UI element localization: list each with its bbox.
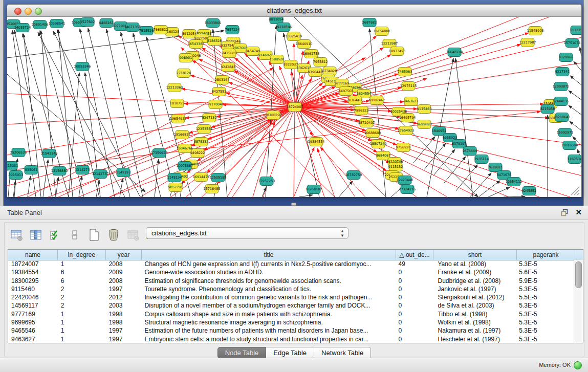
- table-settings-icon[interactable]: [10, 228, 23, 242]
- cell-out_de[interactable]: 0: [396, 318, 433, 326]
- delete-rows-icon[interactable]: [107, 228, 120, 242]
- citing-paper-node[interactable]: 16648784: [446, 48, 463, 57]
- table-row[interactable]: 1938455462009Genome-wide association stu…: [8, 268, 574, 276]
- black-edge[interactable]: [478, 181, 500, 197]
- cited-paper-node[interactable]: 20364486: [347, 96, 364, 105]
- cited-paper-node[interactable]: 9115152: [388, 163, 403, 171]
- citing-paper-node[interactable]: 10998541: [49, 19, 66, 28]
- cited-paper-node[interactable]: 3475685: [222, 49, 236, 58]
- cited-paper-node[interactable]: 18300295: [265, 111, 282, 120]
- cell-short[interactable]: Jankovic et al. (1997): [432, 285, 516, 293]
- citing-paper-node[interactable]: 15751074: [564, 39, 581, 48]
- column-header-name[interactable]: name: [8, 250, 58, 260]
- citing-paper-node[interactable]: 3915913: [9, 171, 23, 180]
- red-edge[interactable]: [295, 17, 550, 107]
- black-edge[interactable]: [570, 76, 581, 85]
- cell-title[interactable]: Investigating the contribution of common…: [142, 293, 396, 301]
- black-edge[interactable]: [413, 137, 435, 163]
- cited-paper-node[interactable]: 12217987: [519, 38, 536, 47]
- cell-in_degree[interactable]: 6: [58, 277, 106, 285]
- cited-paper-node[interactable]: 10688609: [364, 129, 381, 138]
- citing-paper-node[interactable]: 10975887: [177, 162, 193, 170]
- black-edge[interactable]: [488, 187, 510, 197]
- cell-short[interactable]: de Silva et al. (2003): [432, 301, 516, 310]
- cited-paper-node[interactable]: 8322037: [284, 60, 298, 69]
- cell-name[interactable]: 18724007: [8, 260, 58, 268]
- cited-paper-node[interactable]: 7663822: [154, 26, 168, 34]
- cited-paper-node[interactable]: 917004: [209, 100, 222, 109]
- cited-paper-node[interactable]: 16914479: [193, 173, 210, 182]
- cited-paper-node[interactable]: 8186328: [207, 37, 222, 46]
- citing-paper-node[interactable]: 20053346: [74, 62, 91, 71]
- black-edge[interactable]: [299, 195, 313, 197]
- cell-title[interactable]: Changes of HCN gene expression and I(f) …: [142, 260, 396, 268]
- red-edge[interactable]: [295, 17, 519, 107]
- citing-paper-node[interactable]: 7632621: [488, 163, 503, 172]
- cited-paper-node[interactable]: 16543382: [188, 40, 205, 49]
- cell-pagerank[interactable]: 5.5E-5: [516, 293, 574, 301]
- red-edge[interactable]: [294, 107, 295, 197]
- cited-paper-node[interactable]: 1810755: [170, 99, 184, 108]
- cited-paper-node[interactable]: 998901: [179, 54, 192, 62]
- table-row[interactable]: 1872400712008Changes of HCN gene express…: [8, 260, 574, 268]
- citing-paper-node[interactable]: 19218596: [275, 23, 292, 32]
- cited-paper-node[interactable]: 16154808: [374, 27, 390, 36]
- cell-name[interactable]: 22420046: [8, 293, 58, 301]
- cited-paper-node[interactable]: 15046766: [177, 144, 193, 153]
- citing-paper-node[interactable]: 9227341: [555, 68, 570, 76]
- cell-title[interactable]: Corpus callosum shape and size in male p…: [142, 310, 396, 318]
- red-edge[interactable]: [295, 37, 581, 107]
- cell-short[interactable]: Franke et al. (2009): [432, 268, 516, 276]
- red-edge[interactable]: [190, 75, 295, 107]
- citing-paper-node[interactable]: 12505185: [210, 173, 227, 182]
- cited-paper-node[interactable]: 10807467: [368, 96, 385, 105]
- cell-short[interactable]: Nakamura et al. (1997): [432, 326, 516, 335]
- cell-pagerank[interactable]: 5.3E-5: [516, 326, 574, 335]
- cell-year[interactable]: 2008: [106, 277, 142, 285]
- cell-out_de[interactable]: 0: [396, 335, 433, 343]
- red-edge[interactable]: [295, 107, 570, 197]
- citing-paper-node[interactable]: 1145193: [116, 168, 130, 177]
- table-body[interactable]: 1872400712008Changes of HCN gene express…: [8, 260, 574, 343]
- cell-in_degree[interactable]: 2: [58, 293, 106, 301]
- cited-paper-node[interactable]: 18640910: [296, 40, 313, 49]
- cell-name[interactable]: 9465546: [8, 326, 58, 335]
- cited-paper-node[interactable]: 9115460: [417, 105, 431, 114]
- cell-year[interactable]: 1998: [106, 318, 142, 326]
- cell-in_degree[interactable]: 1: [58, 335, 106, 343]
- citing-paper-node[interactable]: 12444135: [553, 97, 570, 106]
- column-header-year[interactable]: year: [106, 250, 142, 260]
- table-row[interactable]: 1456911722003Disruption of a novel membe…: [8, 301, 574, 310]
- citing-paper-node[interactable]: 9329966: [559, 53, 573, 62]
- citing-paper-node[interactable]: 12923448: [397, 176, 413, 185]
- cell-title[interactable]: Estimation of significance thresholds fo…: [142, 277, 396, 285]
- cell-pagerank[interactable]: 5.3E-5: [516, 335, 574, 343]
- cell-in_degree[interactable]: 1: [58, 326, 106, 335]
- citation-network-graph[interactable]: 1872400752260588912954932750816543382818…: [7, 17, 581, 197]
- citing-paper-node[interactable]: 17359928: [151, 149, 168, 158]
- cell-pagerank[interactable]: 5.3E-5: [516, 301, 574, 310]
- cited-paper-node[interactable]: 12353584: [196, 125, 213, 134]
- column-header-out_de[interactable]: △ out_de...: [396, 250, 433, 260]
- float-window-icon[interactable]: [561, 209, 569, 216]
- citing-paper-node[interactable]: 16210643: [554, 113, 571, 122]
- cell-year[interactable]: 1997: [106, 326, 142, 335]
- table-column-icon[interactable]: [29, 228, 42, 242]
- cell-pagerank[interactable]: 5.3E-5: [516, 260, 574, 268]
- cited-paper-node[interactable]: 19654933: [170, 115, 187, 123]
- citing-paper-node[interactable]: 2687682: [362, 18, 377, 27]
- cell-short[interactable]: Wolkin et al. (1998): [432, 318, 516, 326]
- citing-paper-node[interactable]: 6466161: [99, 19, 114, 28]
- cited-paper-node[interactable]: 8267130: [202, 114, 216, 122]
- citing-paper-node[interactable]: 2935114: [474, 155, 489, 164]
- cited-paper-node[interactable]: 19166827: [174, 130, 191, 139]
- cell-out_de[interactable]: 49: [396, 260, 433, 268]
- table-row[interactable]: 977716911998Corpus callosum shape and si…: [8, 310, 574, 318]
- cited-paper-node[interactable]: 16961758: [303, 50, 320, 58]
- cell-title[interactable]: Tourette syndrome. Phenomenology and cla…: [142, 285, 396, 293]
- cited-paper-node[interactable]: 2718120: [177, 69, 191, 78]
- new-table-icon[interactable]: [88, 228, 101, 242]
- cited-paper-node[interactable]: 12213987: [381, 39, 398, 48]
- table-row[interactable]: 911546021997Tourette syndrome. Phenomeno…: [8, 285, 574, 293]
- cited-paper-node[interactable]: 9242848: [221, 63, 235, 72]
